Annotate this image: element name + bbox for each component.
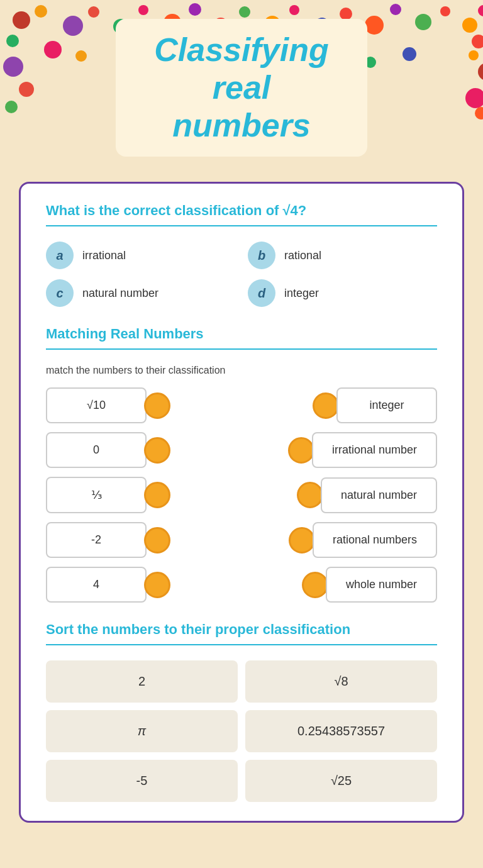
decorative-dot	[5, 101, 18, 113]
match-connector-left-4[interactable]	[144, 572, 170, 598]
decorative-dot	[19, 82, 34, 97]
match-left-3: -2	[46, 522, 168, 558]
match-left-2: ⅓	[46, 477, 168, 513]
match-right-box-0[interactable]: integer	[336, 387, 437, 423]
decorative-dot	[44, 41, 62, 58]
section-divider-3	[46, 644, 437, 645]
decorative-dot	[6, 35, 19, 47]
match-connector-right-4[interactable]	[302, 572, 328, 598]
content-card: What is the correct classification of √4…	[19, 182, 464, 823]
sort-cell[interactable]: √25	[245, 760, 437, 802]
sort-title: Sort the numbers to their proper classif…	[46, 621, 437, 638]
match-connector-right-3[interactable]	[289, 527, 315, 554]
match-right-4: whole number	[304, 567, 437, 603]
decorative-dot	[465, 88, 483, 108]
match-left-1: 0	[46, 432, 168, 468]
matching-section: Matching Real Numbers match the numbers …	[46, 326, 437, 603]
match-connector-right-0[interactable]	[313, 392, 339, 419]
option-label-c: natural number	[82, 287, 158, 300]
decorative-dot	[469, 50, 479, 60]
match-left-0: √10	[46, 387, 168, 423]
match-connector-right-1[interactable]	[288, 437, 314, 464]
matching-description: match the numbers to their classificatio…	[46, 365, 437, 376]
option-d[interactable]: d integer	[248, 279, 437, 307]
match-left-box-3[interactable]: -2	[46, 522, 147, 558]
option-badge-d: d	[248, 279, 275, 307]
option-b[interactable]: b rational	[248, 242, 437, 269]
option-badge-b: b	[248, 242, 275, 269]
decorative-dot	[472, 35, 483, 48]
match-left-4: 4	[46, 567, 168, 603]
option-label-a: irrational	[82, 249, 126, 262]
sort-cell[interactable]: π	[46, 710, 238, 752]
title-box: Classifying real numbers	[116, 19, 367, 157]
sort-cell[interactable]: 0.25438573557	[245, 710, 437, 752]
option-badge-a: a	[46, 242, 74, 269]
option-c[interactable]: c natural number	[46, 279, 235, 307]
sort-grid: 2√8π0.25438573557-5√25	[46, 660, 437, 802]
match-row: ⅓ natural number	[46, 477, 437, 513]
match-left-box-2[interactable]: ⅓	[46, 477, 147, 513]
decorative-dot	[415, 14, 431, 30]
decorative-dot	[13, 11, 30, 29]
match-left-box-4[interactable]: 4	[46, 567, 147, 603]
decorative-dot	[35, 5, 47, 18]
sort-cell[interactable]: -5	[46, 760, 238, 802]
match-row: 0 irrational number	[46, 432, 437, 468]
section-divider-1	[46, 225, 437, 226]
question-title: What is the correct classification of √4…	[46, 203, 437, 219]
decorative-dot	[462, 18, 477, 33]
match-right-box-2[interactable]: natural number	[321, 477, 437, 513]
section-divider-2	[46, 348, 437, 350]
matching-title: Matching Real Numbers	[46, 326, 437, 342]
match-row: √10 integer	[46, 387, 437, 423]
decorative-dot	[478, 63, 483, 81]
option-label-d: integer	[284, 287, 319, 300]
page-title: Classifying real numbers	[141, 31, 342, 144]
match-right-box-4[interactable]: whole number	[326, 567, 437, 603]
sort-cell[interactable]: 2	[46, 660, 238, 703]
option-a[interactable]: a irrational	[46, 242, 235, 269]
option-badge-c: c	[46, 279, 74, 307]
match-right-2: natural number	[299, 477, 437, 513]
match-right-box-1[interactable]: irrational number	[312, 432, 437, 468]
match-connector-left-1[interactable]	[144, 437, 170, 464]
match-connector-left-2[interactable]	[144, 482, 170, 508]
matching-grid: √10 integer 0 irrational number ⅓	[46, 387, 437, 603]
match-connector-left-3[interactable]	[144, 527, 170, 554]
match-right-1: irrational number	[291, 432, 437, 468]
match-connector-right-2[interactable]	[297, 482, 323, 508]
match-right-box-3[interactable]: rational numbers	[313, 522, 437, 558]
match-row: -2 rational numbers	[46, 522, 437, 558]
match-right-3: rational numbers	[291, 522, 437, 558]
decorative-dot	[478, 5, 483, 16]
decorative-dot	[440, 6, 450, 16]
sort-section: Sort the numbers to their proper classif…	[46, 621, 437, 802]
match-left-box-1[interactable]: 0	[46, 432, 147, 468]
match-row: 4 whole number	[46, 567, 437, 603]
decorative-dot	[3, 57, 23, 77]
options-grid: a irrational b rational c natural number…	[46, 242, 437, 307]
match-connector-left-0[interactable]	[144, 392, 170, 419]
option-label-b: rational	[284, 249, 321, 262]
match-right-0: integer	[315, 387, 437, 423]
decorative-dot	[475, 107, 483, 120]
match-left-box-0[interactable]: √10	[46, 387, 147, 423]
classification-section: What is the correct classification of √4…	[46, 203, 437, 307]
sort-cell[interactable]: √8	[245, 660, 437, 703]
